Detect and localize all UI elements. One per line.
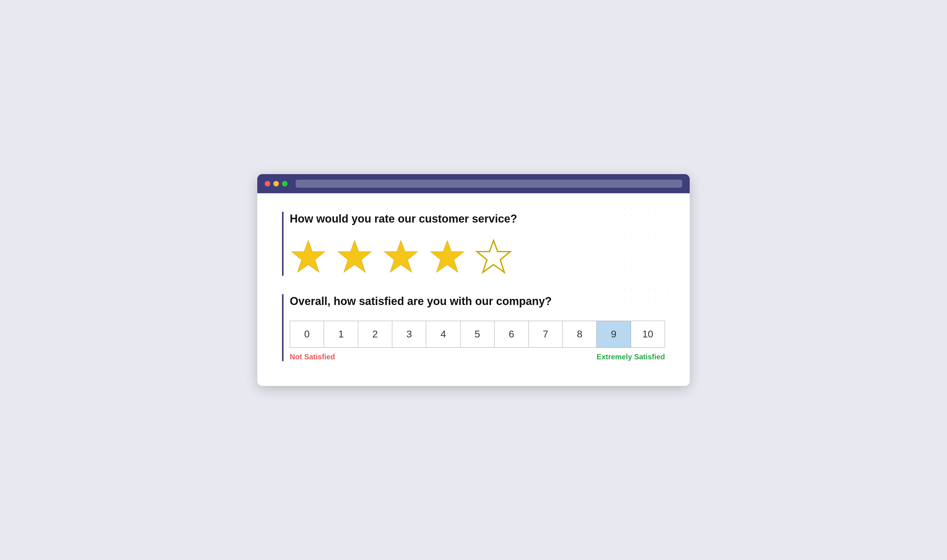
nps-label-extremely-satisfied: Extremely Satisfied	[597, 352, 665, 361]
star-rating-section: How would you rate our customer service?	[282, 212, 665, 276]
nps-cell-5[interactable]: 5	[460, 321, 494, 347]
nps-scale: 0 1 2 3 4 5 6 7 8 9 10	[290, 321, 665, 348]
nps-section: Overall, how satisfied are you with our …	[282, 294, 665, 362]
svg-marker-2	[384, 240, 417, 272]
nps-cell-10[interactable]: 10	[631, 321, 665, 347]
nps-cell-6[interactable]: 6	[494, 321, 528, 347]
star-1[interactable]	[290, 238, 327, 276]
nps-cell-7[interactable]: 7	[529, 321, 563, 347]
star-2[interactable]	[336, 238, 373, 276]
browser-window: How would you rate our customer service?	[257, 174, 690, 386]
nps-cell-3[interactable]: 3	[392, 321, 426, 347]
nps-labels: Not Satisfied Extremely Satisfied	[290, 352, 665, 361]
svg-marker-4	[477, 240, 510, 272]
traffic-light-red[interactable]	[265, 181, 270, 186]
address-bar[interactable]	[296, 180, 682, 188]
traffic-light-yellow[interactable]	[273, 181, 279, 186]
browser-titlebar	[257, 174, 690, 193]
star-rating-question: How would you rate our customer service?	[290, 212, 665, 226]
star-4[interactable]	[429, 238, 466, 276]
svg-marker-3	[431, 240, 464, 272]
browser-content: How would you rate our customer service?	[257, 193, 690, 386]
nps-cell-2[interactable]: 2	[358, 321, 392, 347]
nps-label-not-satisfied: Not Satisfied	[290, 352, 335, 361]
star-5[interactable]	[475, 238, 512, 276]
svg-marker-0	[292, 240, 325, 272]
svg-marker-1	[338, 240, 371, 272]
nps-question: Overall, how satisfied are you with our …	[290, 294, 665, 309]
stars-container	[290, 238, 665, 276]
nps-cell-8[interactable]: 8	[563, 321, 597, 347]
nps-cell-0[interactable]: 0	[290, 321, 324, 347]
star-3[interactable]	[382, 238, 419, 276]
nps-cell-4[interactable]: 4	[426, 321, 460, 347]
nps-cell-9[interactable]: 9	[597, 321, 631, 347]
nps-cell-1[interactable]: 1	[324, 321, 358, 347]
traffic-light-green[interactable]	[282, 181, 288, 186]
